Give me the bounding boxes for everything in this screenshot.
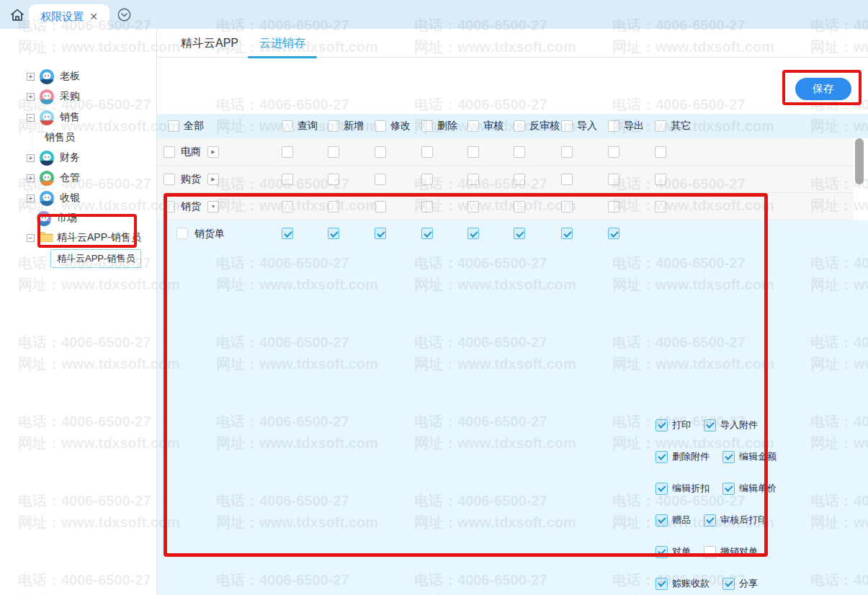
- permission-checkbox[interactable]: [514, 146, 525, 158]
- tree-item[interactable]: 销售员: [45, 128, 75, 147]
- tab-jingdouyun-app-label: 精斗云APP: [181, 36, 238, 51]
- permission-table-header: 全部查询新增修改删除审核反审核导入导出其它: [157, 114, 868, 138]
- header-column-checkbox[interactable]: [282, 120, 293, 132]
- tree-collapse-icon[interactable]: −: [27, 234, 35, 242]
- header-column: 查询: [282, 114, 318, 138]
- other-permission-checkbox[interactable]: [656, 546, 668, 558]
- tab-permission-settings[interactable]: 权限设置 ✕: [29, 4, 109, 29]
- home-icon[interactable]: [9, 6, 26, 24]
- sales-order-permission-checkbox[interactable]: [561, 228, 573, 239]
- group-all-checkbox[interactable]: [164, 174, 175, 185]
- header-column-checkbox[interactable]: [467, 120, 479, 132]
- other-permission-checkbox[interactable]: [656, 578, 668, 590]
- other-permission-checkbox[interactable]: [656, 514, 668, 527]
- permission-checkbox[interactable]: [375, 174, 386, 185]
- permission-checkbox[interactable]: [282, 201, 293, 212]
- permission-checkbox[interactable]: [467, 146, 479, 158]
- header-column-checkbox[interactable]: [608, 120, 619, 132]
- permission-checkbox[interactable]: [328, 146, 339, 158]
- other-permission-checkbox[interactable]: [722, 483, 735, 495]
- sales-order-permission-checkbox[interactable]: [608, 228, 619, 239]
- other-permission-item: 导入附件: [704, 419, 758, 431]
- permission-checkbox[interactable]: [375, 201, 386, 212]
- tree-item[interactable]: +老板: [27, 67, 80, 86]
- group-all-checkbox[interactable]: [164, 201, 175, 212]
- tree-item[interactable]: +仓管: [27, 169, 80, 187]
- tree-expand-icon[interactable]: +: [27, 93, 35, 101]
- permission-group-row: 销货▼: [157, 193, 854, 220]
- caret-down-icon[interactable]: ▼: [207, 201, 219, 212]
- other-permission-item: 编辑折扣: [656, 482, 710, 495]
- header-column-checkbox[interactable]: [514, 120, 525, 132]
- permission-checkbox[interactable]: [421, 201, 433, 212]
- header-column-checkbox[interactable]: [328, 120, 339, 132]
- permission-checkbox[interactable]: [375, 146, 386, 158]
- other-permission-checkbox[interactable]: [656, 483, 668, 495]
- sales-order-permission-checkbox[interactable]: [375, 228, 386, 239]
- sales-order-permission-checkbox[interactable]: [328, 228, 339, 239]
- permission-checkbox[interactable]: [514, 201, 525, 212]
- permission-checkbox[interactable]: [467, 174, 479, 185]
- tree-expand-icon[interactable]: +: [27, 194, 35, 202]
- tab-jingdouyun-app[interactable]: 精斗云APP: [179, 29, 241, 58]
- caret-right-icon[interactable]: ▶: [207, 146, 219, 158]
- tree-item[interactable]: −销售: [27, 108, 80, 127]
- permission-checkbox[interactable]: [655, 201, 666, 212]
- other-permission-checkbox[interactable]: [656, 419, 668, 431]
- header-column-checkbox[interactable]: [421, 120, 433, 132]
- chevron-down-circle-icon[interactable]: [117, 8, 131, 22]
- tree-item-label-selected: 精斗云APP-销售员: [50, 249, 141, 268]
- header-column-checkbox[interactable]: [561, 120, 573, 132]
- permission-checkbox[interactable]: [328, 201, 339, 212]
- tree-expand-icon[interactable]: +: [27, 174, 35, 182]
- permission-checkbox[interactable]: [608, 174, 619, 185]
- tree-item[interactable]: 市场: [36, 209, 77, 228]
- permission-checkbox[interactable]: [328, 174, 339, 185]
- tab-yun-jinxiaocun[interactable]: 云进销存: [248, 29, 317, 58]
- sales-order-permission-checkbox[interactable]: [467, 228, 479, 239]
- other-permission-label: 删除附件: [672, 450, 710, 463]
- caret-right-icon[interactable]: ▶: [207, 174, 219, 185]
- other-permission-checkbox[interactable]: [722, 451, 735, 463]
- permission-checkbox[interactable]: [608, 146, 619, 158]
- header-column-checkbox[interactable]: [655, 120, 666, 132]
- close-icon[interactable]: ✕: [89, 11, 98, 22]
- permission-checkbox[interactable]: [561, 146, 573, 158]
- tree-expand-icon[interactable]: +: [27, 154, 35, 162]
- sales-order-permission-checkbox[interactable]: [514, 228, 525, 239]
- other-permission-checkbox[interactable]: [704, 546, 716, 558]
- tree-expand-icon[interactable]: +: [27, 73, 35, 81]
- permission-checkbox[interactable]: [282, 146, 293, 158]
- permission-checkbox[interactable]: [561, 174, 573, 185]
- role-avatar-icon: [39, 150, 55, 166]
- permission-checkbox[interactable]: [655, 174, 666, 185]
- other-permission-checkbox[interactable]: [704, 514, 716, 527]
- vertical-scrollbar-thumb[interactable]: [855, 138, 864, 184]
- other-permission-label: 编辑折扣: [672, 482, 710, 495]
- permission-checkbox[interactable]: [561, 201, 573, 212]
- permission-checkbox[interactable]: [655, 146, 666, 158]
- group-all-checkbox[interactable]: [164, 146, 175, 158]
- save-button[interactable]: 保存: [795, 78, 851, 100]
- tree-item[interactable]: +收银: [27, 189, 80, 207]
- sales-order-permission-checkbox[interactable]: [282, 228, 293, 239]
- sales-order-all-checkbox[interactable]: [176, 228, 188, 239]
- tree-item[interactable]: +财务: [27, 148, 80, 167]
- sales-order-permission-checkbox[interactable]: [421, 228, 433, 239]
- tree-item[interactable]: −精斗云APP-销售员: [27, 228, 141, 247]
- header-column-checkbox[interactable]: [168, 120, 179, 132]
- permission-checkbox[interactable]: [514, 174, 525, 185]
- permission-checkbox[interactable]: [467, 201, 479, 212]
- tree-item[interactable]: 精斗云APP-销售员: [50, 249, 141, 268]
- permission-checkbox[interactable]: [608, 201, 619, 212]
- tree-collapse-icon[interactable]: −: [27, 114, 35, 122]
- permission-checkbox[interactable]: [421, 174, 433, 185]
- tree-item[interactable]: +采购: [27, 87, 80, 106]
- permission-checkbox[interactable]: [421, 146, 433, 158]
- header-column-checkbox[interactable]: [375, 120, 386, 132]
- other-permission-checkbox[interactable]: [704, 419, 716, 431]
- other-permission-checkbox[interactable]: [656, 451, 668, 463]
- permission-checkbox[interactable]: [282, 174, 293, 185]
- other-permission-checkbox[interactable]: [722, 578, 735, 590]
- other-permission-label: 分享: [739, 577, 758, 590]
